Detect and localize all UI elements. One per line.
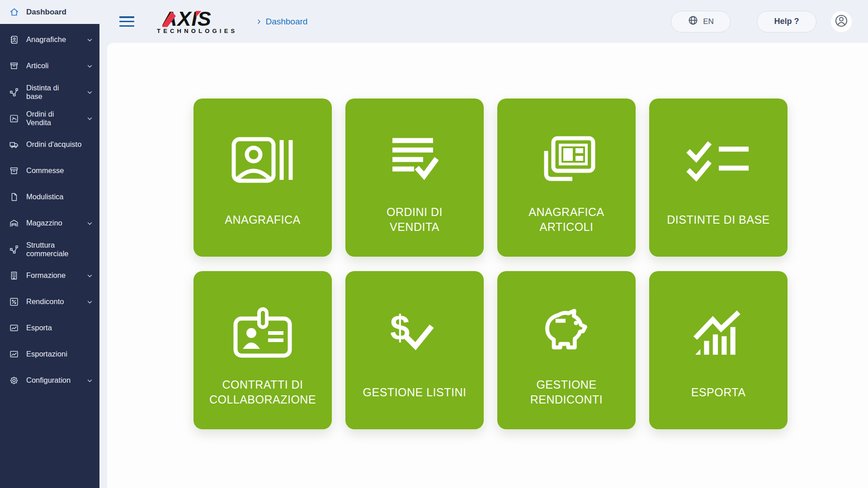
home-icon: [9, 7, 20, 17]
sidebar-item-label: Commesse: [26, 166, 93, 175]
sidebar-item-esporta[interactable]: Esporta: [0, 315, 99, 341]
sidebar-item-magazzino[interactable]: Magazzino: [0, 210, 99, 236]
tile-label: CONTRATTI DI COLLABORAZIONE: [209, 371, 316, 414]
tile-label: DISTINTE DI BASE: [667, 198, 769, 241]
breadcrumb-dashboard-link[interactable]: Dashboard: [265, 17, 307, 27]
gauge-icon: [9, 113, 20, 123]
sidebar-item-distinta-di-base[interactable]: Distinta di base: [0, 79, 99, 105]
news-stack-icon: [536, 122, 597, 198]
double-check-icon: [684, 122, 752, 198]
person-frame-icon: [229, 122, 297, 198]
nodes-icon: [9, 87, 20, 97]
box-icon: [9, 61, 20, 71]
breadcrumb: Dashboard: [255, 17, 307, 27]
sidebar-item-label: Magazzino: [26, 219, 84, 227]
sidebar-item-rendiconto[interactable]: Rendiconto: [0, 289, 99, 315]
piggy-bank-icon: [538, 295, 595, 371]
nodes-icon: [9, 244, 20, 254]
chevron-down-icon: [86, 377, 93, 384]
sidebar-item-label: Struttura commerciale: [26, 241, 93, 258]
tile-anagrafica[interactable]: ANAGRAFICA: [193, 99, 332, 257]
sidebar-item-formazione[interactable]: Formazione: [0, 263, 99, 289]
chevron-down-icon: [86, 299, 93, 305]
axis-logo-mark: AXIS: [162, 9, 230, 28]
svg-text:$: $: [390, 310, 410, 347]
sidebar-item-label: Anagrafiche: [26, 35, 84, 44]
hamburger-menu-icon[interactable]: [119, 16, 134, 27]
sidebar-item-label: Ordini di Vendita: [26, 110, 84, 127]
chart-flag-icon: [9, 349, 20, 359]
tile-contratti-di-collaborazione[interactable]: CONTRATTI DI COLLABORAZIONE: [193, 271, 332, 429]
dashboard-tile-grid: ANAGRAFICAORDINI DI VENDITAANAGRAFICA AR…: [193, 99, 868, 429]
tile-esporta[interactable]: ESPORTA: [649, 271, 788, 429]
sidebar-item-ordini-di-vendita[interactable]: Ordini di Vendita: [0, 105, 99, 131]
archive-icon: [9, 166, 20, 176]
sidebar-item-modulistica[interactable]: Modulistica: [0, 184, 99, 210]
contacts-icon: [9, 35, 20, 45]
list-check-icon: [391, 122, 439, 198]
sidebar-item-anagrafiche[interactable]: Anagrafiche: [0, 27, 99, 53]
sidebar-dashboard-label: Dashboard: [26, 8, 66, 17]
warehouse-icon: [9, 218, 20, 228]
sidebar-item-struttura-commerciale[interactable]: Struttura commerciale: [0, 236, 99, 263]
top-header: AXIS TECHNOLOGIES Dashboard EN Help ?: [99, 0, 868, 43]
sidebar-item-label: Modulistica: [26, 192, 93, 201]
tile-label: ORDINI DI VENDITA: [387, 198, 443, 241]
chevron-down-icon: [86, 115, 93, 122]
chevron-down-icon: [86, 37, 93, 43]
chart-growth-icon: [692, 295, 745, 371]
tile-label: ANAGRAFICA: [225, 198, 301, 241]
axis-logo[interactable]: AXIS TECHNOLOGIES: [155, 9, 237, 34]
language-switch-button[interactable]: EN: [671, 11, 731, 33]
globe-icon: [688, 15, 698, 28]
tile-gestione-rendiconti[interactable]: GESTIONE RENDICONTI: [497, 271, 636, 429]
chart-flag-icon: [9, 323, 20, 333]
sidebar-item-dashboard[interactable]: Dashboard: [0, 0, 99, 24]
document-icon: [9, 192, 20, 202]
sidebar-item-commesse[interactable]: Commesse: [0, 158, 99, 184]
sidebar-item-label: Ordini d'acquisto: [26, 140, 93, 149]
user-avatar-button[interactable]: [831, 11, 852, 32]
sidebar-item-esportazioni[interactable]: Esportazioni: [0, 341, 99, 367]
chevron-down-icon: [86, 89, 93, 96]
building-icon: [9, 271, 20, 281]
tile-label: GESTIONE LISTINI: [363, 371, 467, 414]
axis-logo-subtitle: TECHNOLOGIES: [155, 28, 237, 34]
sidebar-item-label: Distinta di base: [26, 84, 84, 101]
tile-label: GESTIONE RENDICONTI: [530, 371, 603, 414]
tile-distinte-di-base[interactable]: DISTINTE DI BASE: [649, 99, 788, 257]
truck-icon: [9, 140, 20, 150]
sidebar-nav: AnagraficheArticoliDistinta di baseOrdin…: [0, 24, 99, 394]
tile-ordini-di-vendita[interactable]: ORDINI DI VENDITA: [345, 99, 484, 257]
gear-icon: [9, 375, 20, 385]
sidebar-item-label: Formazione: [26, 271, 84, 280]
tile-anagrafica-articoli[interactable]: ANAGRAFICA ARTICOLI: [497, 99, 636, 257]
chevron-right-icon: [255, 18, 263, 25]
sidebar-item-label: Rendiconto: [26, 297, 84, 306]
sidebar-item-configuration[interactable]: Configuration: [0, 367, 99, 394]
sidebar: Dashboard AnagraficheArticoliDistinta di…: [0, 0, 99, 488]
language-label: EN: [703, 17, 714, 26]
help-label: Help ?: [774, 17, 799, 26]
sidebar-item-label: Esporta: [26, 324, 93, 332]
sidebar-item-articoli[interactable]: Articoli: [0, 53, 99, 79]
dollar-check-icon: $: [389, 295, 440, 371]
percent-icon: [9, 297, 20, 307]
id-badge-icon: [231, 295, 294, 371]
sidebar-item-label: Configuration: [26, 376, 84, 385]
help-button[interactable]: Help ?: [757, 11, 816, 33]
chevron-down-icon: [86, 63, 93, 70]
tile-label: ANAGRAFICA ARTICOLI: [528, 198, 604, 241]
chevron-down-icon: [86, 272, 93, 279]
tile-gestione-listini[interactable]: $GESTIONE LISTINI: [345, 271, 484, 429]
sidebar-item-label: Esportazioni: [26, 350, 93, 358]
sidebar-item-ordini-d-acquisto[interactable]: Ordini d'acquisto: [0, 131, 99, 158]
sidebar-item-label: Articoli: [26, 61, 84, 70]
chevron-down-icon: [86, 220, 93, 227]
user-icon: [834, 14, 849, 30]
tile-label: ESPORTA: [691, 371, 746, 414]
main-content: ANAGRAFICAORDINI DI VENDITAANAGRAFICA AR…: [107, 43, 868, 488]
